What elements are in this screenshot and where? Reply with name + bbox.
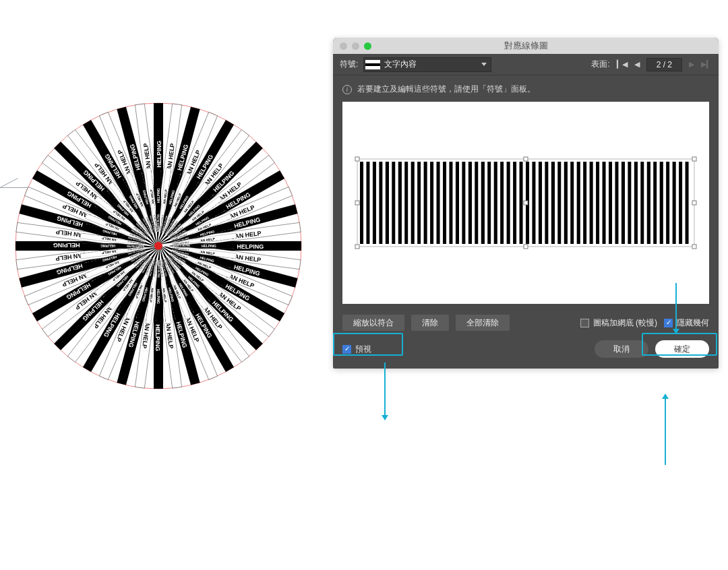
svg-rect-28 bbox=[427, 162, 430, 244]
svg-rect-113 bbox=[692, 157, 696, 161]
svg-rect-103 bbox=[666, 162, 669, 244]
pager-first-icon[interactable]: ▎◀ bbox=[617, 60, 628, 69]
checkbox-box-icon bbox=[664, 319, 673, 327]
svg-rect-109 bbox=[686, 162, 689, 244]
svg-rect-111 bbox=[355, 157, 359, 161]
svg-rect-10 bbox=[370, 162, 373, 244]
svg-rect-23 bbox=[411, 162, 415, 244]
svg-rect-41 bbox=[468, 162, 472, 244]
svg-rect-44 bbox=[479, 162, 481, 244]
svg-rect-99 bbox=[653, 162, 657, 244]
svg-rect-38 bbox=[459, 162, 462, 244]
annotation-arrow-icon bbox=[665, 398, 666, 465]
symbol-dropdown-value: 文字內容 bbox=[384, 59, 481, 70]
svg-rect-17 bbox=[392, 162, 395, 244]
svg-rect-88 bbox=[619, 162, 621, 244]
clear-button[interactable]: 清除 bbox=[411, 315, 449, 331]
svg-rect-84 bbox=[606, 162, 609, 244]
svg-rect-63 bbox=[539, 162, 542, 244]
svg-rect-81 bbox=[596, 162, 599, 244]
preview-area bbox=[342, 102, 709, 304]
hide-geometry-checkbox[interactable]: 隱藏幾何 bbox=[664, 317, 709, 329]
svg-rect-93 bbox=[634, 162, 638, 244]
window-traffic-lights[interactable] bbox=[333, 42, 371, 50]
svg-rect-29 bbox=[430, 162, 433, 244]
svg-rect-70 bbox=[562, 162, 564, 244]
ok-button[interactable]: 確定 bbox=[655, 340, 709, 358]
shade-artwork-checkbox[interactable]: 圖稿加網底 (較慢) bbox=[580, 317, 657, 329]
svg-rect-60 bbox=[529, 162, 532, 244]
svg-rect-68 bbox=[555, 162, 557, 244]
svg-point-5 bbox=[154, 242, 162, 250]
svg-rect-26 bbox=[421, 162, 423, 244]
pager-last-icon[interactable]: ▶▎ bbox=[701, 60, 712, 69]
svg-rect-56 bbox=[516, 162, 519, 244]
svg-rect-49 bbox=[494, 162, 497, 244]
svg-rect-100 bbox=[657, 162, 659, 244]
svg-rect-112 bbox=[524, 157, 528, 161]
svg-rect-77 bbox=[583, 162, 586, 244]
preview-checkbox[interactable]: 預視 bbox=[342, 344, 371, 355]
svg-rect-51 bbox=[500, 162, 504, 244]
svg-rect-37 bbox=[456, 162, 459, 244]
svg-rect-116 bbox=[355, 245, 359, 249]
dialog-footer: 預視 取消 確定 bbox=[333, 338, 719, 369]
svg-rect-25 bbox=[417, 162, 421, 244]
pager-next-icon[interactable]: ▶ bbox=[689, 60, 694, 69]
svg-rect-69 bbox=[557, 162, 561, 244]
svg-rect-80 bbox=[593, 162, 596, 244]
svg-rect-90 bbox=[625, 162, 628, 244]
svg-rect-11 bbox=[373, 162, 376, 244]
svg-rect-57 bbox=[520, 162, 523, 244]
svg-rect-33 bbox=[443, 162, 446, 244]
svg-rect-73 bbox=[570, 162, 574, 244]
svg-rect-66 bbox=[549, 162, 551, 244]
svg-rect-92 bbox=[632, 162, 634, 244]
svg-rect-78 bbox=[586, 162, 589, 244]
svg-rect-54 bbox=[510, 162, 513, 244]
preview-art[interactable] bbox=[351, 152, 701, 253]
traffic-minimize[interactable] bbox=[352, 42, 359, 50]
svg-rect-104 bbox=[669, 162, 672, 244]
svg-rect-94 bbox=[638, 162, 640, 244]
dialog-titlebar[interactable]: 對應線條圖 bbox=[333, 38, 719, 54]
canvas-guide-line bbox=[0, 187, 28, 188]
svg-rect-50 bbox=[497, 162, 500, 244]
pager-page-display[interactable]: 2 / 2 bbox=[646, 58, 682, 71]
svg-rect-106 bbox=[676, 162, 679, 244]
traffic-close[interactable] bbox=[340, 42, 347, 50]
cancel-button[interactable]: 取消 bbox=[595, 340, 648, 358]
svg-rect-102 bbox=[663, 162, 666, 244]
svg-rect-101 bbox=[660, 162, 663, 244]
svg-rect-36 bbox=[453, 162, 456, 244]
svg-rect-108 bbox=[682, 162, 685, 244]
dialog-toolbar: 符號: 文字內容 表面: ▎◀ ◀ 2 / 2 ▶ ▶▎ bbox=[333, 54, 719, 75]
svg-rect-30 bbox=[433, 162, 436, 244]
info-icon: i bbox=[342, 85, 352, 94]
traffic-zoom[interactable] bbox=[364, 42, 371, 50]
pager-prev-icon[interactable]: ◀ bbox=[634, 60, 640, 69]
svg-rect-13 bbox=[379, 162, 382, 244]
scale-to-fit-button[interactable]: 縮放以符合 bbox=[342, 315, 404, 331]
svg-rect-67 bbox=[551, 162, 555, 244]
symbol-dropdown[interactable]: 文字內容 bbox=[363, 57, 491, 72]
svg-rect-61 bbox=[532, 162, 535, 244]
chevron-down-icon bbox=[481, 63, 487, 66]
svg-rect-65 bbox=[545, 162, 548, 244]
annotation-arrow-icon bbox=[675, 283, 677, 330]
preview-label: 預視 bbox=[355, 344, 371, 355]
svg-rect-24 bbox=[415, 162, 417, 244]
action-button-row: 縮放以符合 清除 全部清除 圖稿加網底 (較慢) 隱藏幾何 bbox=[333, 313, 719, 338]
svg-rect-34 bbox=[446, 162, 449, 244]
svg-rect-85 bbox=[609, 162, 612, 244]
shade-artwork-label: 圖稿加網底 (較慢) bbox=[593, 317, 657, 329]
svg-rect-64 bbox=[542, 162, 545, 244]
symbol-swatch-icon bbox=[365, 60, 380, 69]
svg-rect-107 bbox=[679, 162, 682, 244]
svg-rect-82 bbox=[599, 162, 602, 244]
svg-rect-55 bbox=[513, 162, 516, 244]
svg-rect-35 bbox=[449, 162, 452, 244]
svg-rect-16 bbox=[389, 162, 392, 244]
svg-rect-117 bbox=[524, 245, 528, 249]
clear-all-button[interactable]: 全部清除 bbox=[456, 315, 510, 331]
